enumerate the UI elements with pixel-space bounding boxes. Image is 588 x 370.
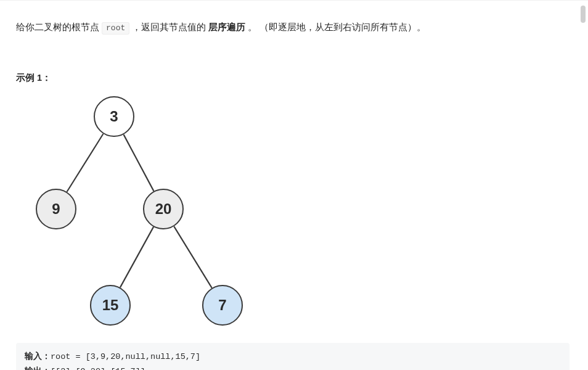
desc-prefix: 给你二叉树的根节点 (16, 22, 102, 32)
example-title: 示例 1： (16, 72, 572, 84)
problem-description: 给你二叉树的根节点 root ，返回其节点值的 层序遍历 。 （即逐层地，从左到… (16, 19, 572, 36)
tree-node-15: 15 (90, 285, 131, 326)
tree-diagram: 3920157 (17, 89, 251, 335)
tree-node-9: 9 (36, 189, 76, 229)
tree-edge (124, 134, 154, 191)
tree-node-20: 20 (143, 189, 184, 229)
output-line: 输出：[[3],[9,20],[15,7]] (25, 364, 561, 370)
input-value: root = [3,9,20,null,null,15,7] (51, 352, 200, 361)
tree-node-3: 3 (94, 96, 134, 137)
tree-node-7: 7 (202, 285, 243, 326)
tree-edge (67, 134, 104, 192)
output-value: [[3],[9,20],[15,7]] (51, 367, 145, 370)
input-line: 输入：root = [3,9,20,null,null,15,7] (25, 349, 561, 364)
scrollbar-thumb[interactable] (581, 6, 586, 23)
tree-edge (120, 227, 153, 287)
input-label: 输入： (25, 352, 51, 361)
root-code-token: root (102, 22, 129, 35)
tree-edge (174, 226, 211, 288)
example-code-block: 输入：root = [3,9,20,null,null,15,7] 输出：[[3… (16, 343, 570, 370)
desc-suffix: 。 （即逐层地，从左到右访问所有节点）。 (248, 22, 426, 32)
output-label: 输出： (25, 366, 51, 370)
desc-middle: ，返回其节点值的 (132, 22, 208, 32)
desc-strong: 层序遍历 (208, 22, 245, 32)
